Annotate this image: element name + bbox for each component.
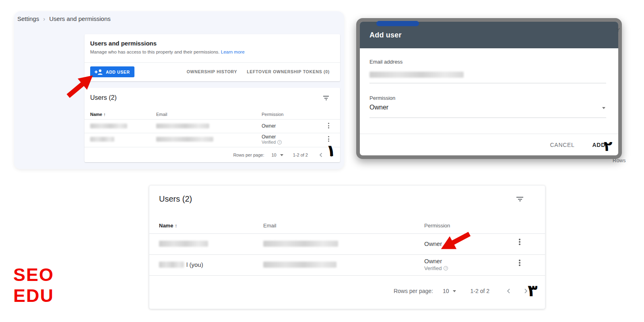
filter-icon[interactable] (516, 197, 523, 201)
dropdown-caret-icon[interactable] (280, 154, 283, 156)
rows-per-page-label: Rows per page: (233, 153, 264, 157)
dialog-body: Email address Permission Owner (360, 48, 618, 134)
permission-value: Owner (424, 258, 442, 264)
step-number-3: ۳ (528, 283, 537, 299)
red-arrow-owner (438, 229, 472, 254)
pagination-range: 1-2 of 2 (293, 153, 308, 157)
kebab-menu-icon[interactable] (326, 122, 331, 129)
redacted-name (90, 137, 114, 142)
seo-edu-logo: SEO EDU (13, 264, 54, 306)
permission-value: Owner (262, 123, 276, 129)
column-header-email[interactable]: Email (263, 223, 277, 229)
tutorial-canvas: Settings › Users and permissions Users a… (0, 0, 644, 322)
divider (85, 133, 340, 133)
divider (85, 119, 340, 120)
column-header-name[interactable]: Name ↑ (159, 223, 178, 229)
red-arrow-add-user (64, 74, 97, 98)
users-table-card-large: Users (2) Name ↑ Email Permission Owner … (149, 185, 545, 309)
card-subtitle: Manage who has access to this property a… (90, 50, 245, 54)
column-header-email[interactable]: Email (156, 112, 167, 117)
divider (85, 147, 340, 147)
row2-name-visible: l (you) (186, 261, 203, 268)
rows-per-page-value[interactable]: 10 (271, 153, 276, 157)
logo-line-2: EDU (13, 285, 54, 306)
help-icon[interactable]: ? (277, 140, 282, 144)
pagination: Rows per page: 10 1-2 of 2 (233, 153, 334, 157)
redacted-email (156, 124, 209, 128)
filter-icon[interactable] (323, 96, 329, 100)
redacted-name (159, 241, 208, 247)
rows-per-page-label: Rows per page: (394, 288, 433, 294)
users-table-title: Users (2) (159, 194, 192, 204)
card-title: Users and permissions (90, 40, 157, 47)
divider (85, 62, 340, 63)
step-number-1: ۱ (326, 142, 336, 159)
leftover-tokens-link[interactable]: LEFTOVER OWNERSHIP TOKENS (0) (247, 69, 330, 74)
permission-selected-value: Owner (369, 104, 388, 111)
email-input-underline (369, 83, 606, 83)
divider (149, 233, 545, 234)
sort-up-icon: ↑ (103, 112, 106, 117)
users-table-card-small: Users (2) Name ↑ Email Permission Owner … (85, 88, 340, 162)
dropdown-caret-icon (602, 107, 605, 109)
column-header-permission[interactable]: Permission (424, 223, 450, 229)
column-header-permission[interactable]: Permission (262, 112, 283, 117)
learn-more-link[interactable]: Learn more (221, 50, 245, 54)
clipped-letter: Y (616, 27, 620, 33)
add-user-label: ADD USER (106, 70, 130, 74)
chevron-left-icon[interactable] (506, 288, 510, 294)
column-header-name[interactable]: Name ↑ (90, 112, 106, 117)
email-field-redacted-value[interactable] (369, 72, 464, 78)
pagination-range: 1-2 of 2 (471, 288, 489, 294)
kebab-menu-icon[interactable] (517, 260, 522, 266)
sort-up-icon: ↑ (175, 223, 178, 229)
users-permissions-card: Users and permissions Manage who has acc… (85, 34, 340, 81)
permission-value: Owner (262, 134, 276, 140)
redacted-name (90, 124, 127, 128)
rows-per-page-value[interactable]: 10 (443, 288, 449, 294)
help-icon[interactable]: ? (444, 266, 448, 270)
divider (149, 275, 545, 276)
breadcrumb-settings[interactable]: Settings (17, 15, 39, 22)
card-top-links: OWNERSHIP HISTORY LEFTOVER OWNERSHIP TOK… (187, 69, 330, 74)
kebab-menu-icon[interactable] (517, 239, 522, 245)
verified-label: Verified ? (262, 140, 282, 144)
add-user-dialog: Y Add user Email address Permission Owne… (356, 18, 622, 159)
permission-underline (369, 118, 606, 118)
verified-label: Verified ? (424, 265, 448, 271)
underlying-button-fragment (376, 21, 419, 26)
dialog-title: Add user (369, 31, 402, 39)
pagination: Rows per page: 10 1-2 of 2 (394, 288, 528, 294)
step-number-2: ۲ (604, 139, 612, 153)
permission-select[interactable]: Owner (369, 104, 606, 118)
breadcrumb-separator-icon: › (43, 15, 45, 22)
redacted-email (156, 137, 213, 142)
breadcrumb-current: Users and permissions (49, 15, 111, 22)
dropdown-caret-icon[interactable] (453, 290, 456, 292)
redacted-email (263, 241, 338, 247)
chevron-left-icon[interactable] (319, 153, 322, 157)
email-address-label: Email address (369, 59, 402, 65)
permission-label: Permission (369, 95, 395, 101)
redacted-email (263, 262, 336, 268)
redacted-name (159, 262, 184, 268)
divider (149, 254, 545, 255)
cancel-button[interactable]: CANCEL (550, 142, 575, 148)
dialog-footer: CANCEL ADD (360, 134, 618, 155)
logo-line-1: SEO (13, 264, 54, 285)
breadcrumb: Settings › Users and permissions (17, 15, 111, 22)
ownership-history-link[interactable]: OWNERSHIP HISTORY (187, 69, 237, 74)
